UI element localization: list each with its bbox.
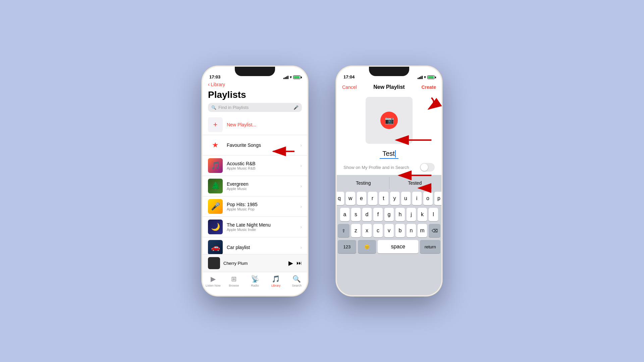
key-g[interactable]: g	[384, 208, 394, 221]
key-k[interactable]: k	[418, 208, 427, 221]
key-n[interactable]: n	[407, 224, 416, 237]
list-item[interactable]: 🚗 Car playlist ›	[203, 237, 307, 254]
input-value: Test	[382, 150, 395, 158]
playlist-sub: Apple Music Indie	[227, 228, 296, 232]
delete-key[interactable]: ⌫	[429, 224, 440, 237]
phone2-screen: 17:04 ▾ Cancel	[337, 67, 441, 295]
key-w[interactable]: w	[346, 192, 355, 205]
modal-title: New Playlist	[373, 84, 405, 90]
chevron-icon: ›	[300, 224, 302, 230]
fast-forward-button[interactable]: ⏭	[297, 260, 302, 266]
suggestion-tested[interactable]: Tested	[389, 177, 441, 189]
browse-icon: ⊞	[231, 275, 237, 283]
phone1-shell: 17:03 ▾ ‹	[201, 65, 309, 297]
playlist-name-input[interactable]: Test	[380, 149, 398, 159]
playlist-thumb: 🌲	[208, 179, 223, 193]
key-u[interactable]: u	[401, 192, 411, 205]
list-item[interactable]: 🌙 The Late Night Menu Apple Music Indie …	[203, 217, 307, 237]
modal-nav: Cancel New Playlist Create	[337, 81, 441, 93]
playlist-info: Pop Hits: 1985 Apple Music Pop	[227, 202, 296, 211]
chevron-icon: ›	[300, 204, 302, 209]
playlist-thumb: 🌙	[208, 220, 223, 234]
key-r[interactable]: r	[368, 192, 377, 205]
key-x[interactable]: x	[362, 224, 372, 237]
back-nav[interactable]: ‹ Library	[203, 81, 307, 89]
playlist-list: + New Playlist... ★ Favourite Songs	[203, 115, 307, 254]
plus-icon: +	[213, 120, 218, 129]
key-o[interactable]: o	[423, 192, 433, 205]
phone2: 17:04 ▾ Cancel	[335, 65, 443, 297]
tab-search[interactable]: 🔍 Search	[286, 275, 307, 287]
page-title: Playlists	[203, 89, 307, 103]
now-playing-bar[interactable]: Cherry Plum ▶ ⏭	[203, 254, 307, 272]
np-artwork	[208, 257, 220, 269]
cancel-button[interactable]: Cancel	[342, 84, 357, 90]
np-title: Cherry Plum	[223, 261, 285, 266]
playlist-sub: Apple Music	[227, 187, 296, 191]
list-item[interactable]: 🎤 Pop Hits: 1985 Apple Music Pop ›	[203, 196, 307, 217]
key-y[interactable]: y	[390, 192, 399, 205]
list-item[interactable]: 🌲 Evergreen Apple Music ›	[203, 176, 307, 196]
key-a[interactable]: a	[340, 208, 350, 221]
playlist-thumb: 🎵	[208, 158, 223, 173]
key-c[interactable]: c	[373, 224, 383, 237]
key-d[interactable]: d	[362, 208, 372, 221]
wifi-icon: ▾	[290, 75, 292, 79]
tab-radio[interactable]: 📡 Radio	[245, 275, 265, 287]
camera-button[interactable]: 📷	[380, 112, 398, 129]
key-p[interactable]: p	[434, 192, 442, 205]
playlist-sub: Apple Music Pop	[227, 207, 296, 211]
key-z[interactable]: z	[351, 224, 361, 237]
battery-icon	[293, 75, 301, 79]
key-l[interactable]: l	[429, 208, 438, 221]
tab-label: Library	[271, 284, 281, 287]
new-playlist-button[interactable]: + New Playlist...	[203, 115, 307, 135]
new-playlist-info: New Playlist...	[227, 122, 302, 127]
keyboard-row-1: q w e r t y u i o p	[338, 192, 440, 205]
tab-library[interactable]: 🎵 Library	[265, 275, 286, 287]
key-f[interactable]: f	[373, 208, 383, 221]
notch	[369, 67, 409, 76]
shift-key[interactable]: ⇧	[338, 224, 350, 237]
profile-label: Show on My Profile and in Search	[343, 165, 417, 170]
tab-browse[interactable]: ⊞ Browse	[223, 275, 244, 287]
space-key[interactable]: space	[378, 240, 418, 253]
key-s[interactable]: s	[351, 208, 361, 221]
numbers-key[interactable]: 123	[338, 240, 356, 253]
suggestion-testing[interactable]: Testing	[338, 177, 389, 189]
artwork-box: 📷	[366, 97, 413, 144]
create-button[interactable]: Create	[421, 84, 436, 90]
tab-label: Browse	[229, 284, 239, 287]
playlist-sub: Apple Music R&B	[227, 166, 296, 170]
key-v[interactable]: v	[384, 224, 394, 237]
chevron-icon: ›	[300, 183, 302, 189]
signal-icon	[283, 76, 288, 79]
key-j[interactable]: j	[407, 208, 416, 221]
key-h[interactable]: h	[395, 208, 405, 221]
phone2-shell: 17:04 ▾ Cancel	[335, 65, 443, 297]
key-b[interactable]: b	[395, 224, 405, 237]
key-m[interactable]: m	[418, 224, 427, 237]
playlist-thumb: ★	[208, 138, 223, 153]
time: 17:03	[209, 74, 220, 79]
toggle-knob	[421, 164, 428, 171]
search-bar[interactable]: 🔍 Find in Playlists 🎤	[208, 103, 302, 112]
emoji-key[interactable]: 😊	[358, 240, 376, 253]
return-key[interactable]: return	[420, 240, 440, 253]
text-cursor	[395, 150, 396, 158]
library-icon: 🎵	[272, 275, 280, 283]
profile-toggle[interactable]	[420, 163, 435, 172]
list-item[interactable]: ★ Favourite Songs ›	[203, 135, 307, 156]
key-t[interactable]: t	[379, 192, 388, 205]
tab-listen-now[interactable]: ▶ Listen Now	[203, 275, 223, 287]
new-playlist-label: New Playlist...	[227, 122, 302, 127]
playlist-thumb: 🚗	[208, 240, 223, 254]
key-e[interactable]: e	[357, 192, 366, 205]
key-i[interactable]: i	[412, 192, 422, 205]
signal-icon	[418, 76, 423, 79]
play-button[interactable]: ▶	[288, 259, 293, 267]
tab-label: Radio	[251, 284, 259, 287]
key-q[interactable]: q	[337, 192, 344, 205]
search-input[interactable]: Find in Playlists	[218, 105, 291, 110]
list-item[interactable]: 🎵 Acoustic R&B Apple Music R&B ›	[203, 156, 307, 176]
